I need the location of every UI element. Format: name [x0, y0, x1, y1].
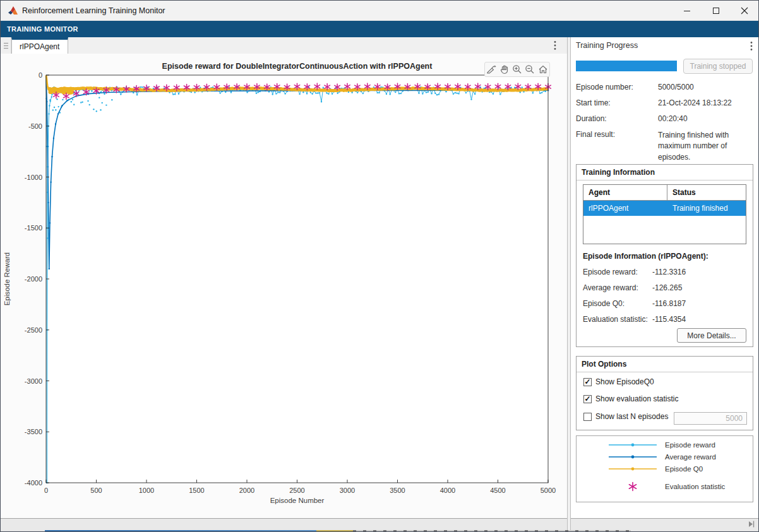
- checkbox-label: Show EpisodeQ0: [595, 377, 654, 386]
- app-window: Reinforcement Learning Training Monitor …: [0, 0, 759, 532]
- svg-text:-3500: -3500: [25, 428, 42, 435]
- legend-item-episode-q0: Episode Q0: [577, 465, 703, 473]
- svg-text:3000: 3000: [340, 487, 355, 494]
- window-title: Reinforcement Learning Training Monitor: [22, 6, 165, 15]
- status-cell: Training finished: [667, 201, 746, 216]
- training-information-group: Training Information Agent Status rlPPOA…: [576, 164, 753, 347]
- matlab-logo-icon: [8, 6, 18, 16]
- legend-label: Evaluation statistic: [665, 483, 725, 490]
- panel-menu-kebab-icon[interactable]: [744, 39, 758, 53]
- line-dot-marker-icon: [606, 442, 660, 448]
- tab-training-monitor[interactable]: TRAINING MONITOR: [7, 25, 78, 33]
- legend-item-episode-reward: Episode reward: [577, 441, 715, 449]
- asterisk-marker-icon: [606, 482, 660, 492]
- training-information-title: Training Information: [577, 165, 753, 180]
- show-episodeq0-checkbox[interactable]: Show EpisodeQ0: [583, 377, 654, 386]
- agent-cell: rlPPOAgent: [583, 201, 667, 216]
- average-reward-value: -126.265: [652, 283, 682, 292]
- svg-text:1000: 1000: [139, 487, 154, 494]
- document-tab-bar: rlPPOAgent: [1, 37, 567, 54]
- export-icon[interactable]: [486, 63, 498, 76]
- svg-text:-4000: -4000: [25, 479, 42, 487]
- checkbox-label: Show last N episodes: [595, 412, 668, 421]
- evaluation-statistic-value: -115.4354: [652, 315, 686, 324]
- training-stopped-button[interactable]: Training stopped: [683, 59, 753, 74]
- legend-label: Average reward: [665, 453, 716, 461]
- dock-grip-icon[interactable]: [1, 37, 11, 54]
- svg-text:2000: 2000: [239, 487, 254, 494]
- final-result-value: Training finished with maximum number of…: [658, 130, 754, 163]
- svg-text:500: 500: [90, 487, 102, 494]
- svg-text:4500: 4500: [490, 487, 505, 494]
- training-progress-panel: Training Progress Training stopped Episo…: [571, 37, 759, 518]
- close-icon[interactable]: [730, 1, 759, 20]
- title-bar: Reinforcement Learning Training Monitor: [1, 1, 759, 21]
- reward-plot-canvas: 0500100015002000250030003500400045005000…: [1, 54, 567, 518]
- tab-label: rlPPOAgent: [20, 42, 59, 51]
- show-last-n-episodes-checkbox[interactable]: Show last N episodes: [583, 412, 668, 421]
- more-details-button[interactable]: More Details...: [677, 328, 746, 343]
- svg-text:-1500: -1500: [25, 224, 42, 232]
- checkbox-checked-icon[interactable]: [583, 378, 592, 386]
- tab-rlppoagent[interactable]: rlPPOAgent: [11, 37, 68, 54]
- zoom-out-icon[interactable]: [524, 63, 536, 76]
- minimize-icon[interactable]: [672, 1, 702, 20]
- plot-options-group: Plot Options Show EpisodeQ0 Show evaluat…: [576, 356, 753, 430]
- evaluation-statistic-label: Evaluation statistic:: [583, 315, 648, 324]
- start-time-label: Start time:: [576, 98, 611, 107]
- pan-icon[interactable]: [498, 63, 510, 76]
- panel-title: Training Progress: [576, 41, 638, 50]
- column-status: Status: [667, 185, 746, 200]
- duration-label: Duration:: [576, 114, 607, 123]
- episode-number-label: Episode number:: [576, 83, 633, 92]
- episode-q0-value: -116.8187: [652, 299, 686, 308]
- svg-text:2500: 2500: [289, 487, 304, 494]
- svg-text:Episode reward for DoubleInteg: Episode reward for DoubleIntegratorConti…: [162, 62, 433, 71]
- svg-text:3500: 3500: [390, 487, 405, 494]
- svg-text:-1000: -1000: [25, 174, 42, 181]
- episode-reward-value: -112.3316: [652, 268, 686, 276]
- svg-text:Episode Number: Episode Number: [270, 497, 325, 504]
- legend-label: Episode reward: [665, 441, 715, 449]
- zoom-in-icon[interactable]: [511, 63, 523, 76]
- svg-text:5000: 5000: [541, 487, 556, 494]
- home-icon[interactable]: [537, 63, 549, 76]
- progress-bar-fill: [576, 61, 677, 71]
- svg-text:1500: 1500: [189, 487, 204, 494]
- svg-text:0: 0: [39, 71, 42, 79]
- progress-bar: [576, 61, 677, 71]
- svg-text:0: 0: [44, 487, 48, 494]
- svg-text:Episode Reward: Episode Reward: [3, 252, 11, 305]
- legend-label: Episode Q0: [665, 465, 703, 473]
- panel-bottom-strip: [571, 518, 759, 530]
- svg-text:-500: -500: [28, 122, 42, 130]
- reward-plot[interactable]: 0500100015002000250030003500400045005000…: [1, 54, 567, 518]
- table-row[interactable]: rlPPOAgent Training finished: [583, 201, 746, 216]
- svg-text:-2000: -2000: [25, 275, 42, 283]
- svg-text:-3000: -3000: [25, 377, 42, 385]
- legend-item-evaluation-statistic: Evaluation statistic: [577, 482, 725, 492]
- legend-panel: Episode reward Average reward Episode Q0…: [576, 435, 753, 502]
- episode-reward-label: Episode reward:: [583, 268, 638, 276]
- last-n-episodes-input[interactable]: [674, 412, 747, 425]
- agent-status-table: Agent Status rlPPOAgent Training finishe…: [583, 184, 746, 244]
- table-header-row: Agent Status: [583, 185, 746, 201]
- collapse-panel-icon[interactable]: [746, 519, 757, 529]
- maximize-icon[interactable]: [702, 1, 731, 20]
- toolstrip: TRAINING MONITOR: [1, 21, 759, 37]
- line-dot-marker-icon: [606, 466, 660, 472]
- checkbox-label: Show evaluation statistic: [595, 394, 678, 403]
- duration-value: 00:20:40: [658, 114, 688, 123]
- line-dot-marker-icon: [606, 454, 660, 460]
- document-menu-kebab-icon[interactable]: [547, 38, 563, 52]
- legend-item-average-reward: Average reward: [577, 453, 716, 461]
- checkbox-checked-icon[interactable]: [583, 395, 592, 403]
- figure-bottom-strip: [1, 518, 567, 530]
- show-evaluation-statistic-checkbox[interactable]: Show evaluation statistic: [583, 394, 678, 403]
- axes-toolbar: [484, 62, 550, 77]
- checkbox-unchecked-icon[interactable]: [583, 413, 592, 421]
- plot-options-title: Plot Options: [577, 357, 753, 372]
- svg-text:4000: 4000: [440, 487, 455, 494]
- episode-information-title: Episode Information (rlPPOAgent):: [583, 252, 708, 261]
- episode-q0-label: Episode Q0:: [583, 299, 625, 308]
